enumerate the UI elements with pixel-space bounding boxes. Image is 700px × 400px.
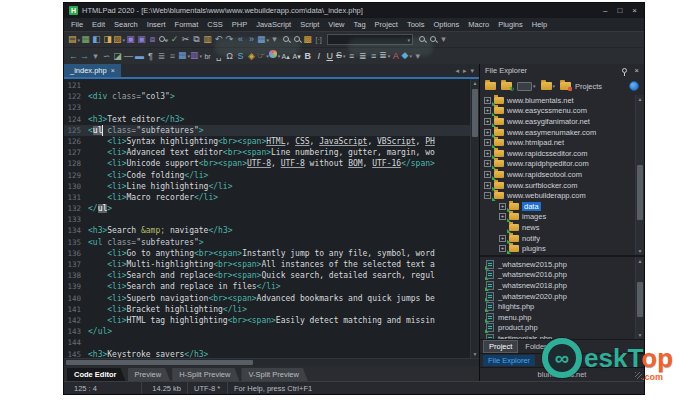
menu-view[interactable]: View — [328, 20, 344, 29]
new-template-icon[interactable]: ▦ — [80, 34, 91, 45]
tab-close-icon[interactable]: × — [111, 67, 115, 74]
minimize-button[interactable]: – — [603, 6, 607, 16]
expander-icon[interactable]: + — [484, 150, 491, 157]
scroll-down-icon[interactable]: ▼ — [471, 351, 479, 357]
expander-icon[interactable]: + — [484, 171, 491, 178]
save-all-icon[interactable]: ⧈ — [147, 34, 158, 45]
span-icon[interactable]: ▥▾ — [190, 50, 202, 62]
panel-tab-ftp[interactable]: FTP — [557, 341, 581, 352]
view-tab-preview[interactable]: Preview — [128, 368, 171, 381]
panel-tab-project[interactable]: Project — [483, 340, 518, 353]
link-icon[interactable]: ∽ — [101, 51, 112, 62]
strike-icon[interactable]: S▾ — [335, 50, 346, 62]
expander-icon[interactable]: − — [484, 192, 491, 199]
expander-icon[interactable]: + — [484, 97, 491, 104]
menu-tools[interactable]: Tools — [407, 20, 425, 29]
file-item-testimonials-php[interactable]: testimonials.php — [480, 333, 635, 339]
view-tab-code-editor[interactable]: Code Editor — [67, 368, 126, 381]
menu-file[interactable]: File — [71, 20, 83, 29]
panel-tab-folders[interactable]: Folders — [520, 341, 555, 352]
menu-php[interactable]: PHP — [232, 20, 247, 29]
tree-item-www-rapidphpeditor-com[interactable]: +www.rapidphpeditor.com — [480, 159, 635, 170]
open-document-icon[interactable]: ◨ — [102, 34, 113, 45]
save-as-icon[interactable]: ▣ — [136, 34, 147, 45]
br-icon[interactable]: br — [202, 51, 213, 62]
file-item--whatsnew2016-php[interactable]: _whatsnew2016.php — [480, 270, 635, 281]
menu-format[interactable]: Format — [175, 20, 199, 29]
tree-item-www-blumentals-net[interactable]: +www.blumentals.net — [480, 95, 635, 106]
forward-icon[interactable]: → — [79, 51, 90, 62]
cut-icon[interactable]: ✂ — [180, 34, 191, 45]
menu-help[interactable]: Help — [532, 20, 547, 29]
comment-icon[interactable]: ▬ — [134, 51, 145, 62]
italic-icon[interactable]: I — [313, 51, 324, 62]
tab-arrow-icon[interactable]: ▸ — [463, 67, 467, 75]
file-list-scrollbar[interactable]: ▲ ▼ — [635, 257, 644, 339]
tree-item-data[interactable]: +data — [480, 201, 635, 212]
panel-close-icon[interactable]: × — [635, 66, 639, 75]
title-bar[interactable]: H HTMLPad 2020 - [E:\Web\blumentals\www\… — [64, 3, 644, 18]
tree-item-news[interactable]: news — [480, 222, 635, 233]
menu-insert[interactable]: Insert — [147, 20, 166, 29]
expander-icon[interactable]: + — [484, 118, 491, 125]
tree-item-www-easygifanimator-net[interactable]: +www.easygifanimator.net — [480, 116, 635, 127]
tree-item-www-htmlpad-net[interactable]: +www.htmlpad.net — [480, 137, 635, 148]
expander-icon[interactable]: + — [499, 213, 506, 220]
menu-css[interactable]: CSS — [207, 20, 222, 29]
open-folder-icon[interactable]: ▨▾ — [113, 34, 125, 46]
panel-tab-inspector[interactable]: Inspector — [537, 355, 578, 366]
editor-vertical-scrollbar[interactable]: ▲ ▼ — [470, 79, 479, 358]
open-folder-icon[interactable] — [485, 82, 496, 90]
file-item--whatsnew2020-php[interactable]: _whatsnew2020.php — [480, 291, 635, 302]
open-file-icon[interactable]: ◧ — [91, 34, 102, 45]
expander-icon[interactable]: + — [484, 139, 491, 146]
format-lines-icon[interactable]: ≣ — [156, 51, 167, 62]
refresh-folder-icon[interactable] — [501, 82, 512, 90]
expander-icon[interactable]: + — [484, 160, 491, 167]
underline-icon[interactable]: U — [324, 51, 335, 62]
tree-item-www-rapidseotool-com[interactable]: +www.rapidseotool.com — [480, 169, 635, 180]
file-item--whatsnew2015-php[interactable]: _whatsnew2015.php — [480, 259, 635, 270]
view-tab-v-split-preview[interactable]: V-Split Preview — [241, 368, 307, 381]
tree-item-www-easymenumaker-com[interactable]: +www.easymenumaker.com — [480, 127, 635, 138]
maximize-button[interactable]: □ — [617, 6, 622, 16]
close-button[interactable]: × — [632, 6, 637, 16]
pin-icon[interactable] — [622, 68, 627, 73]
validate-icon[interactable]: ✓ — [169, 34, 180, 45]
back-icon[interactable]: ← — [68, 51, 79, 62]
tab-arrow-icon[interactable]: ◂ — [455, 67, 459, 75]
menu-project[interactable]: Project — [375, 20, 398, 29]
expander-icon[interactable]: + — [484, 182, 491, 189]
menu-edit[interactable]: Edit — [92, 20, 105, 29]
bold-icon[interactable]: B — [302, 51, 313, 62]
new-file-icon[interactable]: ▤▾ — [68, 34, 80, 46]
resize-grip[interactable] — [635, 372, 642, 379]
tree-item-images[interactable]: +images — [480, 212, 635, 223]
menu-options[interactable]: Options — [433, 20, 459, 29]
brackets-icon[interactable]: [·] — [313, 34, 324, 45]
paragraph-icon[interactable]: ¶ — [145, 51, 156, 62]
panel-tab-file-explorer[interactable]: File Explorer — [483, 355, 535, 366]
editor-horizontal-scrollbar[interactable] — [64, 358, 479, 366]
expander-icon[interactable]: + — [499, 203, 506, 210]
tab-index-php[interactable]: _index.php × — [64, 64, 121, 77]
save-icon[interactable]: ▣ — [125, 34, 136, 45]
format-block-icon[interactable]: ≡ — [167, 51, 178, 62]
expander-icon[interactable]: + — [484, 129, 491, 136]
menu-script[interactable]: Script — [300, 20, 319, 29]
web-icon[interactable] — [629, 81, 639, 91]
file-item--whatsnew2018-php[interactable]: _whatsnew2018.php — [480, 280, 635, 291]
expander-icon[interactable]: + — [484, 107, 491, 114]
menu-plugins[interactable]: Plugins — [498, 20, 523, 29]
tab-arrow-icon[interactable]: ▾ — [470, 67, 474, 75]
menu-javascript[interactable]: JavaScript — [256, 20, 291, 29]
tree-item-www-webuilderapp-com[interactable]: −www.webuilderapp.com — [480, 190, 635, 201]
tree-item-www-rapidcsseditor-com[interactable]: +www.rapidcsseditor.com — [480, 148, 635, 159]
menu-tag[interactable]: Tag — [353, 20, 365, 29]
menu-search[interactable]: Search — [114, 20, 138, 29]
code-editor[interactable]: 121122<div class="col3">123124<h3>Text e… — [64, 79, 470, 358]
div-icon[interactable]: ▦▾ — [178, 50, 190, 62]
strike-icon-dropdown[interactable]: ▾ — [343, 53, 346, 59]
file-item-product-php[interactable]: product.php — [480, 323, 635, 334]
expander-icon[interactable]: + — [499, 245, 506, 252]
